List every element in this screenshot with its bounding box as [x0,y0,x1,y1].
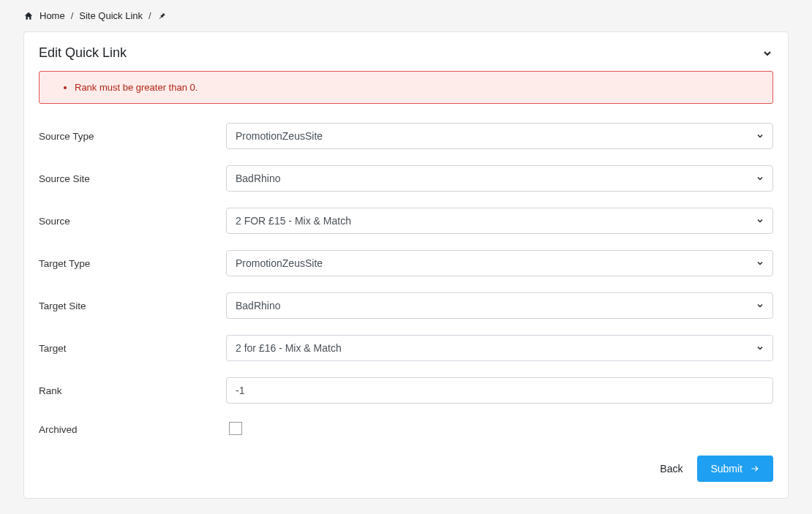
source-type-select[interactable]: PromotionZeusSite [226,123,773,149]
breadcrumb-separator: / [71,10,74,21]
target-site-label: Target Site [39,301,226,311]
archived-checkbox[interactable] [229,422,242,435]
source-select[interactable]: 2 FOR £15 - Mix & Match [226,208,773,234]
rank-label: Rank [39,385,226,396]
target-label: Target [39,343,226,354]
source-site-select[interactable]: BadRhino [226,165,773,192]
submit-button[interactable]: Submit [697,456,773,482]
edit-panel: Edit Quick Link Rank must be greater tha… [23,31,789,499]
error-item: Rank must be greater than 0. [75,82,758,93]
archived-label: Archived [39,424,226,435]
target-select[interactable]: 2 for £16 - Mix & Match [226,335,773,361]
target-type-label: Target Type [39,258,226,269]
source-label: Source [39,216,226,227]
breadcrumb-separator: / [149,10,151,21]
pin-icon [157,11,167,20]
chevron-down-icon[interactable] [762,48,773,59]
error-alert: Rank must be greater than 0. [39,71,773,104]
target-type-select[interactable]: PromotionZeusSite [226,250,773,276]
breadcrumb-site-quick-link[interactable]: Site Quick Link [79,10,143,21]
target-site-select[interactable]: BadRhino [226,292,773,319]
source-site-label: Source Site [39,173,226,184]
error-list: Rank must be greater than 0. [61,82,758,93]
breadcrumb-home[interactable]: Home [40,10,65,21]
breadcrumb: Home / Site Quick Link / [23,6,789,31]
home-icon [23,11,34,21]
rank-input[interactable] [226,377,773,404]
submit-button-label: Submit [710,463,743,475]
source-type-label: Source Type [39,131,226,142]
arrow-right-icon [750,464,760,474]
back-button[interactable]: Back [655,457,687,480]
panel-title: Edit Quick Link [39,45,127,61]
